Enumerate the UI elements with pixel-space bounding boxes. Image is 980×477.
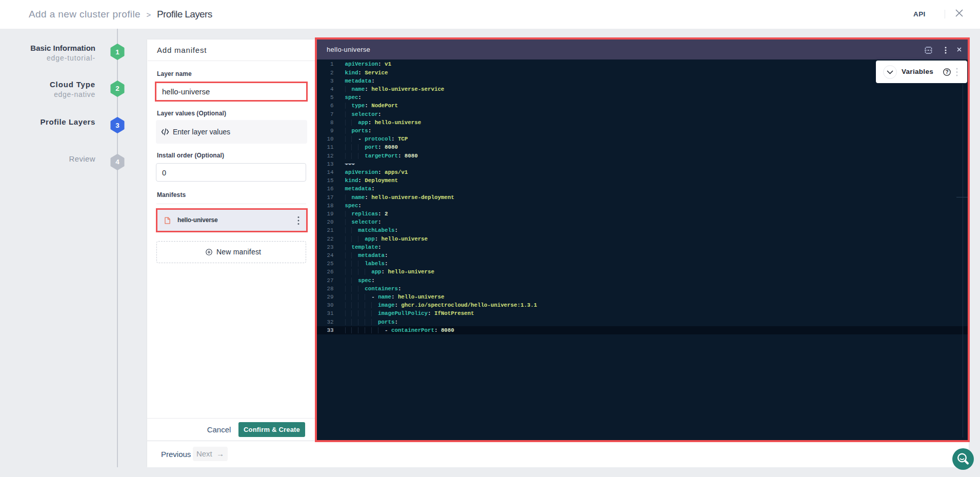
svg-text:?: ? bbox=[945, 69, 948, 75]
